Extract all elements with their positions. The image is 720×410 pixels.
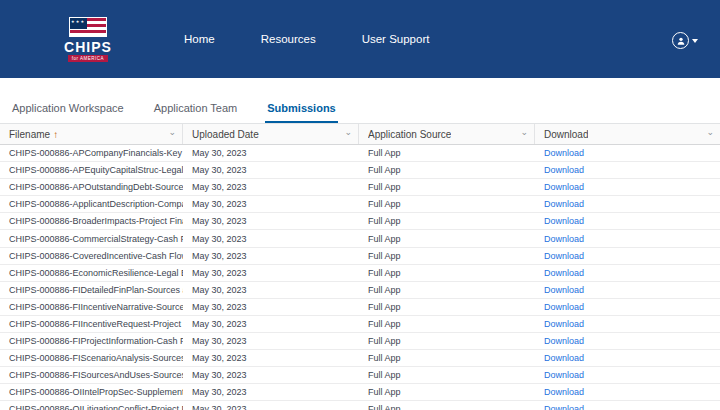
user-menu[interactable]: [672, 32, 698, 49]
uploaded-date-cell: May 30, 2023: [183, 285, 359, 295]
application-source-cell: Full App: [359, 182, 535, 192]
nav-links: Home Resources User Support: [184, 33, 429, 45]
uploaded-date-cell: May 30, 2023: [183, 319, 359, 329]
download-link[interactable]: Download: [535, 268, 720, 278]
application-source-cell: Full App: [359, 165, 535, 175]
column-label: Application Source: [368, 129, 451, 140]
uploaded-date-cell: May 30, 2023: [183, 148, 359, 158]
filename-cell: CHIPS-000886-FIIncentiveNarrative-Source…: [0, 302, 183, 312]
top-navbar: CHIPS for AMERICA Home Resources User Su…: [0, 0, 720, 78]
download-link[interactable]: Download: [535, 182, 720, 192]
filename-cell: CHIPS-000886-BroaderImpacts-Project Fina…: [0, 216, 183, 226]
download-link[interactable]: Download: [535, 199, 720, 209]
download-link[interactable]: Download: [535, 302, 720, 312]
filename-cell: CHIPS-000886-EconomicResilience-Legal En…: [0, 268, 183, 278]
filename-cell: CHIPS-000886-CoveredIncentive-Cash Flow …: [0, 251, 183, 261]
table-row: CHIPS-000886-FIProjectInformation-Cash F…: [0, 333, 720, 350]
download-link[interactable]: Download: [535, 387, 720, 397]
tab-application-team[interactable]: Application Team: [152, 96, 240, 123]
chips-logo[interactable]: CHIPS for AMERICA: [62, 17, 114, 62]
uploaded-date-cell: May 30, 2023: [183, 182, 359, 192]
download-link[interactable]: Download: [535, 148, 720, 158]
application-source-cell: Full App: [359, 268, 535, 278]
download-link[interactable]: Download: [535, 165, 720, 175]
table-row: CHIPS-000886-APEquityCapitalStruc-Legal …: [0, 162, 720, 179]
download-link[interactable]: Download: [535, 234, 720, 244]
table-row: CHIPS-000886-FIScenarioAnalysis-Sources …: [0, 350, 720, 367]
download-link[interactable]: Download: [535, 404, 720, 410]
application-source-cell: Full App: [359, 319, 535, 329]
user-avatar-icon: [672, 32, 689, 49]
application-source-cell: Full App: [359, 387, 535, 397]
filter-chevron-icon[interactable]: ⌄: [520, 128, 528, 137]
table-row: CHIPS-000886-FIIncentiveRequest-Project …: [0, 316, 720, 333]
tab-bar: Application Workspace Application Team S…: [0, 96, 720, 124]
filename-cell: CHIPS-000886-FISourcesAndUses-Sources an…: [0, 370, 183, 380]
application-source-cell: Full App: [359, 302, 535, 312]
uploaded-date-cell: May 30, 2023: [183, 336, 359, 346]
us-flag-icon: [69, 17, 107, 37]
application-source-cell: Full App: [359, 148, 535, 158]
table-row: CHIPS-000886-OILitigationConflict-Projec…: [0, 401, 720, 410]
filter-chevron-icon[interactable]: ⌄: [344, 128, 352, 137]
download-link[interactable]: Download: [535, 370, 720, 380]
table-row: CHIPS-000886-APCompanyFinancials-Key Ass…: [0, 145, 720, 162]
table-row: CHIPS-000886-EconomicResilience-Legal En…: [0, 265, 720, 282]
application-source-cell: Full App: [359, 370, 535, 380]
column-header-filename[interactable]: Filename ↑ ⌄: [0, 124, 183, 144]
filename-cell: CHIPS-000886-APCompanyFinancials-Key Ass…: [0, 148, 183, 158]
table-row: CHIPS-000886-OIIntelPropSec-Supplemental…: [0, 384, 720, 401]
uploaded-date-cell: May 30, 2023: [183, 302, 359, 312]
nav-home[interactable]: Home: [184, 33, 215, 45]
uploaded-date-cell: May 30, 2023: [183, 387, 359, 397]
filter-chevron-icon[interactable]: ⌄: [706, 128, 714, 137]
tab-application-workspace[interactable]: Application Workspace: [10, 96, 126, 123]
table-header: Filename ↑ ⌄ Uploaded Date ⌄ Application…: [0, 124, 720, 145]
sort-ascending-icon[interactable]: ↑: [53, 129, 58, 140]
filename-cell: CHIPS-000886-APEquityCapitalStruc-Legal …: [0, 165, 183, 175]
application-source-cell: Full App: [359, 353, 535, 363]
tab-submissions[interactable]: Submissions: [265, 96, 337, 123]
uploaded-date-cell: May 30, 2023: [183, 268, 359, 278]
application-source-cell: Full App: [359, 336, 535, 346]
table-row: CHIPS-000886-ApplicantDescription-Compan…: [0, 196, 720, 213]
download-link[interactable]: Download: [535, 251, 720, 261]
filter-chevron-icon[interactable]: ⌄: [168, 128, 176, 137]
brand-name: CHIPS: [64, 39, 112, 55]
uploaded-date-cell: May 30, 2023: [183, 216, 359, 226]
uploaded-date-cell: May 30, 2023: [183, 251, 359, 261]
column-header-download[interactable]: Download ⌄: [535, 124, 720, 144]
filename-cell: CHIPS-000886-OIIntelPropSec-Supplemental…: [0, 387, 183, 397]
filename-cell: CHIPS-000886-APOutstandingDebt-Sources a…: [0, 182, 183, 192]
table-row: CHIPS-000886-APOutstandingDebt-Sources a…: [0, 179, 720, 196]
brand-tagline: for AMERICA: [68, 55, 108, 62]
filename-cell: CHIPS-000886-ApplicantDescription-Compan…: [0, 199, 183, 209]
nav-user-support[interactable]: User Support: [362, 33, 430, 45]
application-source-cell: Full App: [359, 199, 535, 209]
download-link[interactable]: Download: [535, 285, 720, 295]
download-link[interactable]: Download: [535, 353, 720, 363]
uploaded-date-cell: May 30, 2023: [183, 234, 359, 244]
uploaded-date-cell: May 30, 2023: [183, 404, 359, 410]
table-row: CHIPS-000886-FIDetailedFinPlan-Sources a…: [0, 282, 720, 299]
application-source-cell: Full App: [359, 285, 535, 295]
nav-resources[interactable]: Resources: [261, 33, 316, 45]
download-link[interactable]: Download: [535, 216, 720, 226]
application-source-cell: Full App: [359, 234, 535, 244]
application-source-cell: Full App: [359, 216, 535, 226]
column-header-uploaded-date[interactable]: Uploaded Date ⌄: [183, 124, 359, 144]
download-link[interactable]: Download: [535, 319, 720, 329]
filename-cell: CHIPS-000886-OILitigationConflict-Projec…: [0, 404, 183, 410]
table-row: CHIPS-000886-CommercialStrategy-Cash Flo…: [0, 230, 720, 247]
chevron-down-icon: [692, 39, 698, 43]
table-row: CHIPS-000886-FISourcesAndUses-Sources an…: [0, 367, 720, 384]
download-link[interactable]: Download: [535, 336, 720, 346]
table-body: CHIPS-000886-APCompanyFinancials-Key Ass…: [0, 145, 720, 410]
uploaded-date-cell: May 30, 2023: [183, 370, 359, 380]
column-label: Download: [544, 129, 588, 140]
column-header-application-source[interactable]: Application Source ⌄: [359, 124, 535, 144]
table-row: CHIPS-000886-BroaderImpacts-Project Fina…: [0, 213, 720, 230]
filename-cell: CHIPS-000886-FIIncentiveRequest-Project …: [0, 319, 183, 329]
application-source-cell: Full App: [359, 404, 535, 410]
filename-cell: CHIPS-000886-FIScenarioAnalysis-Sources …: [0, 353, 183, 363]
